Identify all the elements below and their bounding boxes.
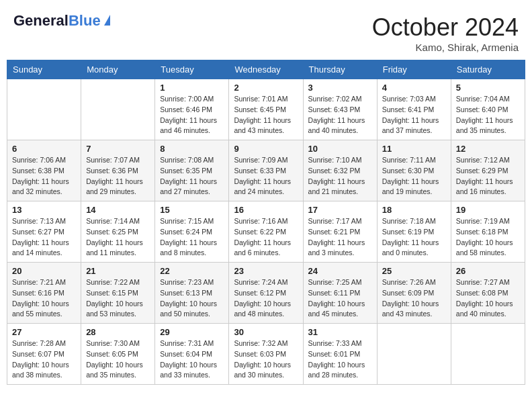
day-header-sunday: Sunday — [7, 60, 81, 79]
day-number: 3 — [308, 83, 372, 93]
day-info: Sunrise: 7:26 AMSunset: 6:09 PMDaylight:… — [382, 277, 446, 320]
day-number: 24 — [308, 266, 372, 276]
day-number: 17 — [308, 205, 372, 215]
location: Kamo, Shirak, Armenia — [372, 42, 519, 53]
day-number: 21 — [86, 266, 150, 276]
calendar-cell: 9Sunrise: 7:09 AMSunset: 6:33 PMDaylight… — [229, 140, 303, 201]
day-header-saturday: Saturday — [451, 60, 525, 79]
calendar-cell: 12Sunrise: 7:12 AMSunset: 6:29 PMDayligh… — [451, 140, 525, 201]
day-info: Sunrise: 7:04 AMSunset: 6:40 PMDaylight:… — [456, 94, 520, 136]
day-number: 14 — [86, 205, 150, 215]
day-number: 10 — [308, 144, 372, 154]
day-number: 31 — [308, 327, 372, 337]
day-info: Sunrise: 7:19 AMSunset: 6:18 PMDaylight:… — [456, 216, 520, 259]
day-number: 26 — [456, 266, 520, 276]
day-number: 25 — [382, 266, 446, 276]
day-info: Sunrise: 7:06 AMSunset: 6:38 PMDaylight:… — [12, 155, 76, 197]
day-info: Sunrise: 7:17 AMSunset: 6:21 PMDaylight:… — [308, 216, 372, 259]
calendar-week-row: 27Sunrise: 7:28 AMSunset: 6:07 PMDayligh… — [7, 324, 525, 385]
day-info: Sunrise: 7:12 AMSunset: 6:29 PMDaylight:… — [456, 155, 520, 197]
day-number: 12 — [456, 144, 520, 154]
day-info: Sunrise: 7:10 AMSunset: 6:32 PMDaylight:… — [308, 155, 372, 197]
day-number: 23 — [234, 266, 298, 276]
day-info: Sunrise: 7:23 AMSunset: 6:13 PMDaylight:… — [160, 277, 224, 320]
calendar-cell: 19Sunrise: 7:19 AMSunset: 6:18 PMDayligh… — [451, 201, 525, 263]
calendar-cell: 1Sunrise: 7:00 AMSunset: 6:46 PMDaylight… — [155, 79, 229, 140]
calendar-cell: 24Sunrise: 7:25 AMSunset: 6:11 PMDayligh… — [303, 263, 377, 324]
day-info: Sunrise: 7:03 AMSunset: 6:41 PMDaylight:… — [382, 94, 446, 136]
day-number: 28 — [86, 327, 150, 337]
calendar-cell: 5Sunrise: 7:04 AMSunset: 6:40 PMDaylight… — [451, 79, 525, 140]
day-info: Sunrise: 7:15 AMSunset: 6:24 PMDaylight:… — [160, 216, 224, 259]
day-number: 27 — [12, 327, 76, 337]
calendar-cell: 4Sunrise: 7:03 AMSunset: 6:41 PMDaylight… — [377, 79, 451, 140]
day-header-tuesday: Tuesday — [155, 60, 229, 79]
calendar-cell: 14Sunrise: 7:14 AMSunset: 6:25 PMDayligh… — [81, 201, 155, 263]
calendar-week-row: 6Sunrise: 7:06 AMSunset: 6:38 PMDaylight… — [7, 140, 525, 201]
logo: GeneralBlue — [13, 13, 110, 28]
calendar-header-row: SundayMondayTuesdayWednesdayThursdayFrid… — [7, 60, 525, 79]
day-number: 18 — [382, 205, 446, 215]
calendar-table: SundayMondayTuesdayWednesdayThursdayFrid… — [7, 60, 525, 385]
logo-blue: Blue — [69, 12, 101, 29]
calendar-cell — [451, 324, 525, 385]
day-info: Sunrise: 7:31 AMSunset: 6:04 PMDaylight:… — [160, 338, 224, 381]
day-info: Sunrise: 7:14 AMSunset: 6:25 PMDaylight:… — [86, 216, 150, 259]
day-header-wednesday: Wednesday — [229, 60, 303, 79]
logo-general: General — [13, 12, 69, 29]
day-info: Sunrise: 7:30 AMSunset: 6:05 PMDaylight:… — [86, 338, 150, 381]
day-number: 13 — [12, 205, 76, 215]
day-info: Sunrise: 7:24 AMSunset: 6:12 PMDaylight:… — [234, 277, 298, 320]
calendar-cell: 26Sunrise: 7:27 AMSunset: 6:08 PMDayligh… — [451, 263, 525, 324]
day-info: Sunrise: 7:07 AMSunset: 6:36 PMDaylight:… — [86, 155, 150, 197]
calendar-cell: 11Sunrise: 7:11 AMSunset: 6:30 PMDayligh… — [377, 140, 451, 201]
calendar-cell: 27Sunrise: 7:28 AMSunset: 6:07 PMDayligh… — [7, 324, 81, 385]
day-number: 7 — [86, 144, 150, 154]
day-number: 4 — [382, 83, 446, 93]
day-number: 11 — [382, 144, 446, 154]
day-info: Sunrise: 7:00 AMSunset: 6:46 PMDaylight:… — [160, 94, 224, 136]
day-info: Sunrise: 7:11 AMSunset: 6:30 PMDaylight:… — [382, 155, 446, 197]
day-info: Sunrise: 7:08 AMSunset: 6:35 PMDaylight:… — [160, 155, 224, 197]
calendar-cell: 30Sunrise: 7:32 AMSunset: 6:03 PMDayligh… — [229, 324, 303, 385]
day-number: 5 — [456, 83, 520, 93]
calendar-cell: 8Sunrise: 7:08 AMSunset: 6:35 PMDaylight… — [155, 140, 229, 201]
calendar-cell: 15Sunrise: 7:15 AMSunset: 6:24 PMDayligh… — [155, 201, 229, 263]
day-info: Sunrise: 7:13 AMSunset: 6:27 PMDaylight:… — [12, 216, 76, 259]
day-number: 8 — [160, 144, 224, 154]
calendar-week-row: 1Sunrise: 7:00 AMSunset: 6:46 PMDaylight… — [7, 79, 525, 140]
day-number: 6 — [12, 144, 76, 154]
day-number: 22 — [160, 266, 224, 276]
calendar-cell — [7, 79, 81, 140]
month-title: October 2024 — [372, 13, 519, 42]
day-header-monday: Monday — [81, 60, 155, 79]
logo-icon — [104, 15, 110, 26]
day-header-thursday: Thursday — [303, 60, 377, 79]
day-header-friday: Friday — [377, 60, 451, 79]
day-number: 9 — [234, 144, 298, 154]
calendar-cell: 3Sunrise: 7:02 AMSunset: 6:43 PMDaylight… — [303, 79, 377, 140]
day-info: Sunrise: 7:28 AMSunset: 6:07 PMDaylight:… — [12, 338, 76, 381]
calendar-cell: 31Sunrise: 7:33 AMSunset: 6:01 PMDayligh… — [303, 324, 377, 385]
calendar-cell: 6Sunrise: 7:06 AMSunset: 6:38 PMDaylight… — [7, 140, 81, 201]
day-info: Sunrise: 7:22 AMSunset: 6:15 PMDaylight:… — [86, 277, 150, 320]
calendar-cell: 29Sunrise: 7:31 AMSunset: 6:04 PMDayligh… — [155, 324, 229, 385]
day-number: 19 — [456, 205, 520, 215]
calendar-cell: 22Sunrise: 7:23 AMSunset: 6:13 PMDayligh… — [155, 263, 229, 324]
day-info: Sunrise: 7:02 AMSunset: 6:43 PMDaylight:… — [308, 94, 372, 136]
calendar-cell — [377, 324, 451, 385]
calendar-cell: 17Sunrise: 7:17 AMSunset: 6:21 PMDayligh… — [303, 201, 377, 263]
calendar-week-row: 13Sunrise: 7:13 AMSunset: 6:27 PMDayligh… — [7, 201, 525, 263]
day-number: 20 — [12, 266, 76, 276]
day-number: 15 — [160, 205, 224, 215]
calendar-cell: 23Sunrise: 7:24 AMSunset: 6:12 PMDayligh… — [229, 263, 303, 324]
calendar-cell: 25Sunrise: 7:26 AMSunset: 6:09 PMDayligh… — [377, 263, 451, 324]
page-header: GeneralBlue October 2024 Kamo, Shirak, A… — [7, 7, 525, 56]
day-info: Sunrise: 7:18 AMSunset: 6:19 PMDaylight:… — [382, 216, 446, 259]
day-number: 29 — [160, 327, 224, 337]
day-info: Sunrise: 7:33 AMSunset: 6:01 PMDaylight:… — [308, 338, 372, 381]
calendar-cell: 2Sunrise: 7:01 AMSunset: 6:45 PMDaylight… — [229, 79, 303, 140]
day-info: Sunrise: 7:27 AMSunset: 6:08 PMDaylight:… — [456, 277, 520, 320]
day-number: 2 — [234, 83, 298, 93]
calendar-week-row: 20Sunrise: 7:21 AMSunset: 6:16 PMDayligh… — [7, 263, 525, 324]
